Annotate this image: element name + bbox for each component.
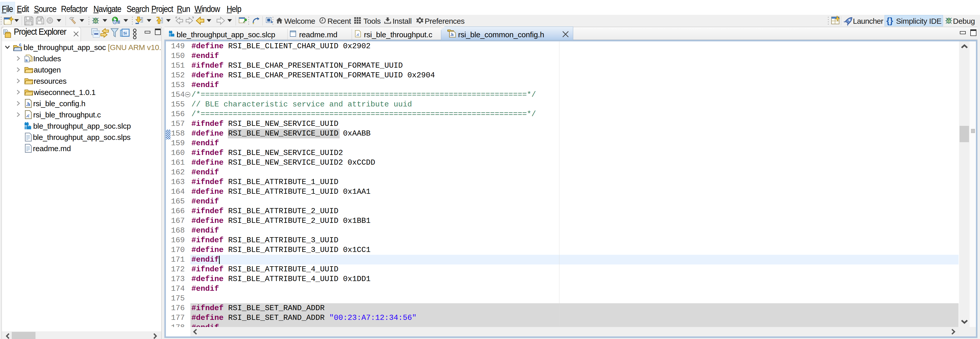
svg-text:.c: .c xyxy=(356,32,360,37)
svg-text:h: h xyxy=(25,59,27,62)
svg-text:{}: {} xyxy=(886,16,893,25)
svg-text:C: C xyxy=(19,43,21,48)
svg-text:.h: .h xyxy=(26,101,30,107)
svg-text:.h: .h xyxy=(450,32,453,37)
svg-text:.c: .c xyxy=(26,113,30,118)
svg-text:Si: Si xyxy=(123,31,127,35)
